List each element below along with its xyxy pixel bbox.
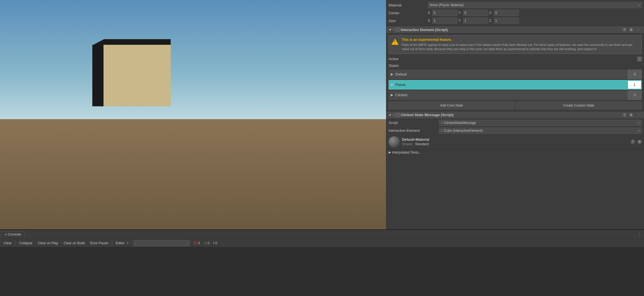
clicked-state-value[interactable]: 0 xyxy=(628,90,642,100)
default-state-value[interactable]: 0 xyxy=(628,70,642,79)
cube-3d xyxy=(92,39,176,115)
interactive-element-field-label: Interactive Element xyxy=(389,128,439,133)
size-y-input[interactable] xyxy=(463,18,488,24)
console-tab-label: Console xyxy=(8,232,21,236)
cube-front-face xyxy=(104,45,171,106)
csm-foldout-arrow[interactable]: ▼ xyxy=(389,113,392,117)
warn-icon: ⚠ xyxy=(204,241,207,245)
toolbar-sep-1 xyxy=(15,240,16,246)
add-core-state-button[interactable]: Add Core State xyxy=(389,102,515,109)
size-label: Size xyxy=(389,19,428,23)
focus-state-name: Focus xyxy=(396,83,627,87)
warning-desc-text: Parts of the MRTK appear to have a lot o… xyxy=(402,43,639,51)
material-expand-label: Interpolated Textu... xyxy=(392,151,421,154)
info-count-badge: ℹ 0 xyxy=(211,241,219,246)
csm-header-icons: ? ⇅ ⋮ xyxy=(622,113,642,117)
create-custom-state-button[interactable]: Create Custom State xyxy=(516,102,642,109)
ie-settings-icon[interactable]: ⇅ xyxy=(629,27,633,32)
editor-dropdown-button[interactable]: Editor ▼ xyxy=(113,240,131,246)
material-name-text: Default-Material xyxy=(402,137,628,142)
active-row: Active ✓ xyxy=(386,56,644,62)
state-row-focus[interactable]: ▶ Focus 1 xyxy=(389,80,642,90)
clear-on-build-button[interactable]: Clear on Build xyxy=(61,240,87,246)
console-search-input[interactable] xyxy=(134,240,190,246)
center-label: Center xyxy=(389,11,428,15)
console-toolbar: Clear Collapse Clear on Play Clear on Bu… xyxy=(0,239,644,247)
warning-triangle-shape xyxy=(391,39,399,45)
script-row: Script #ClickedStateMessage ⊙ xyxy=(386,119,644,127)
toolbar-sep-2 xyxy=(112,240,112,246)
focus-state-arrow: ▶ xyxy=(389,83,396,86)
console-tab[interactable]: ≡ Console xyxy=(1,231,25,238)
material-field-group: None (Physic Material) ⊙ xyxy=(428,2,642,8)
size-x-input[interactable] xyxy=(432,18,457,24)
console-content xyxy=(0,247,644,296)
ie-enabled-checkbox[interactable]: ✓ xyxy=(396,28,399,32)
info-count: 0 xyxy=(215,241,217,245)
ie-field-content: #Cube (InteractiveElement) xyxy=(441,129,483,133)
clicked-state-name: Clicked xyxy=(395,93,628,97)
material-row: Material None (Physic Material) ⊙ xyxy=(386,1,644,9)
default-state-name: Default xyxy=(395,72,628,76)
size-z-label: Z xyxy=(489,19,493,23)
clicked-state-message-header[interactable]: ▼ # ✓ Clicked State Message (Script) ? ⇅… xyxy=(386,111,644,119)
state-buttons-row: Add Core State Create Custom State xyxy=(389,102,642,109)
collider-section: Material None (Physic Material) ⊙ Center… xyxy=(386,0,644,26)
error-count: 0 xyxy=(198,241,200,245)
material-help-icon[interactable]: ? xyxy=(631,140,635,144)
material-section-icons: ? ⚙ xyxy=(631,140,642,144)
ie-kebab-icon[interactable]: ⋮ xyxy=(636,27,642,32)
center-z-input[interactable] xyxy=(494,10,519,16)
material-expand-row[interactable]: ▶ Interpolated Textu... xyxy=(386,149,644,156)
clear-on-play-button[interactable]: Clear on Play xyxy=(35,240,60,246)
interactive-element-header[interactable]: ▼ # ✓ Interactive Element (Script) ? ⇅ ⋮ xyxy=(386,26,644,34)
size-z-input[interactable] xyxy=(494,18,519,24)
material-info: Default-Material Shader Standard xyxy=(402,137,628,146)
warn-count: 0 xyxy=(208,241,210,245)
script-hash-prefix: #ClickedStateMessage xyxy=(441,121,476,125)
ie-foldout-arrow[interactable]: ▼ xyxy=(389,28,392,31)
size-y-label: Y xyxy=(459,19,462,23)
error-count-badge: 🚫 0 xyxy=(192,241,202,246)
size-row: Size X Y Z xyxy=(386,17,644,25)
console-area: ≡ Console ⋮ Clear Collapse Clear on Play… xyxy=(0,229,644,296)
csm-kebab-icon[interactable]: ⋮ xyxy=(636,113,642,117)
interactive-element-row: Interactive Element #Cube (InteractiveEl… xyxy=(386,127,644,135)
csm-enabled-checkbox[interactable]: ✓ xyxy=(396,113,399,117)
active-checkbox[interactable]: ✓ xyxy=(637,57,642,61)
center-z-label: Z xyxy=(489,11,493,15)
state-row-clicked[interactable]: ▶ Clicked 0 xyxy=(389,90,642,100)
csm-component-title: Clicked State Message (Script) xyxy=(401,113,621,117)
center-y-label: Y xyxy=(459,11,462,15)
viewport-sky xyxy=(0,0,386,126)
warning-box: This is an experimental feature. Parts o… xyxy=(389,35,642,54)
ie-help-icon[interactable]: ? xyxy=(622,27,627,32)
warning-triangle-icon xyxy=(391,38,399,46)
shader-label: Shader xyxy=(402,142,413,146)
center-y-input[interactable] xyxy=(463,10,488,16)
center-x-input[interactable] xyxy=(432,10,457,16)
material-foldout-icon: ▶ xyxy=(389,151,391,154)
error-pause-button[interactable]: Error Pause xyxy=(88,240,111,246)
clear-button[interactable]: Clear xyxy=(1,240,14,246)
csm-settings-icon[interactable]: ⇅ xyxy=(629,113,633,117)
default-state-arrow: ▶ xyxy=(389,72,395,76)
ie-component-title: Interactive Element (Script) xyxy=(401,28,621,32)
console-kebab-menu[interactable]: ⋮ xyxy=(637,232,643,237)
material-dropdown[interactable]: None (Physic Material) ⊙ xyxy=(428,2,642,8)
console-tab-icon: ≡ xyxy=(5,233,6,236)
ie-field-circle: ⊙ xyxy=(638,129,640,132)
material-settings-icon[interactable]: ⚙ xyxy=(637,140,642,144)
script-field-value[interactable]: #ClickedStateMessage ⊙ xyxy=(439,120,642,126)
collapse-button[interactable]: Collapse xyxy=(17,240,35,246)
material-label: Material xyxy=(389,3,428,7)
interactive-element-field-value[interactable]: #Cube (InteractiveElement) ⊙ xyxy=(439,128,642,134)
focus-state-value[interactable]: 1 xyxy=(627,80,641,89)
cube-left-face xyxy=(92,45,104,106)
viewport[interactable] xyxy=(0,0,386,229)
cube-top-face xyxy=(92,39,171,45)
size-xyz: X Y Z xyxy=(428,18,519,24)
csm-help-icon[interactable]: ? xyxy=(622,113,627,117)
state-row-default[interactable]: ▶ Default 0 xyxy=(389,70,642,79)
ie-header-icons: ? ⇅ ⋮ xyxy=(622,27,642,32)
